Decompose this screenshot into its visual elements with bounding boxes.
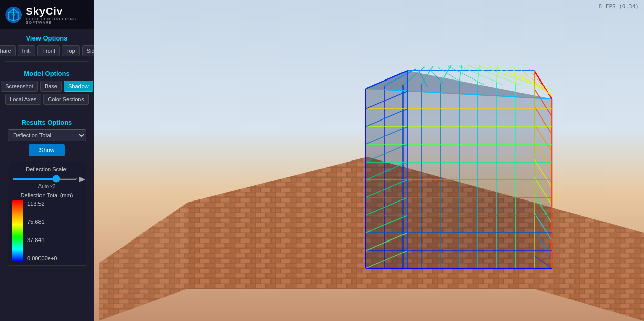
logo-area: SkyCiv CLOUD ENGINEERING SOFTWARE — [0, 0, 94, 29]
scale-slider[interactable] — [12, 178, 77, 180]
screenshot-button[interactable]: Screenshot — [1, 81, 38, 92]
svg-marker-14 — [99, 203, 187, 321]
front-button[interactable]: Front — [37, 45, 60, 56]
svg-line-64 — [478, 65, 479, 82]
base-button[interactable]: Base — [40, 81, 62, 92]
color-scale-row: 113.52 75.681 37.841 0.00000e+0 — [12, 200, 82, 261]
divider-1 — [5, 61, 89, 62]
scale-mid1: 75.681 — [27, 219, 57, 225]
share-button[interactable]: Share — [0, 45, 16, 56]
logo-text: SkyCiv CLOUD ENGINEERING SOFTWARE — [26, 6, 89, 24]
model-options-row1: Screenshot Base Shadow — [1, 81, 93, 92]
scale-mid2: 37.841 — [27, 237, 57, 243]
show-button[interactable]: Show — [29, 144, 64, 156]
view-options-title: View Options — [26, 34, 67, 42]
main-viewport[interactable]: 8 FPS (0.34) — [94, 0, 644, 321]
auto-scale-label: Auto x3 — [12, 184, 82, 189]
deflection-dropdown[interactable]: Deflection Total Deflection X Deflection… — [8, 129, 86, 141]
results-options-title: Results Options — [22, 118, 72, 126]
scale-values: 113.52 75.681 37.841 0.00000e+0 — [27, 200, 57, 261]
scale-slider-row: ▶ — [12, 175, 82, 183]
svg-line-80 — [529, 69, 552, 97]
model-options-title: Model Options — [24, 70, 69, 77]
3d-viewport[interactable]: 8 FPS (0.34) — [94, 0, 644, 321]
svg-marker-16 — [408, 71, 552, 268]
shadow-button[interactable]: Shadow — [64, 81, 93, 92]
svg-point-5 — [12, 14, 15, 16]
svg-line-65 — [497, 66, 497, 83]
svg-marker-15 — [366, 71, 408, 268]
skyciv-logo-icon — [5, 4, 22, 25]
app-subtitle: CLOUD ENGINEERING SOFTWARE — [26, 17, 89, 24]
view-options-buttons: Share Init. Front Top Side — [0, 45, 94, 56]
scale-max: 113.52 — [27, 200, 57, 207]
color-sections-button[interactable]: Color Sections — [43, 94, 89, 105]
init-button[interactable]: Init. — [18, 45, 36, 56]
local-axes-button[interactable]: Local Axes — [5, 94, 41, 105]
structure-svg — [94, 0, 644, 321]
svg-line-57 — [534, 71, 552, 99]
top-button[interactable]: Top — [62, 45, 80, 56]
divider-2 — [5, 110, 89, 110]
legend-panel: Deflection Scale: ▶ Auto x3 Deflection T… — [8, 162, 86, 266]
app-name: SkyCiv — [26, 6, 89, 17]
deflection-total-label: Deflection Total (mm) — [12, 192, 82, 198]
scale-min: 0.00000e+0 — [27, 255, 57, 261]
model-options-row2: Local Axes Color Sections — [5, 94, 89, 105]
color-bar — [12, 200, 23, 261]
scale-arrow-button[interactable]: ▶ — [79, 175, 85, 183]
results-section: Deflection Total Deflection X Deflection… — [0, 129, 94, 266]
deflection-scale-label: Deflection Scale: — [12, 166, 82, 172]
side-button[interactable]: Side — [82, 45, 94, 56]
